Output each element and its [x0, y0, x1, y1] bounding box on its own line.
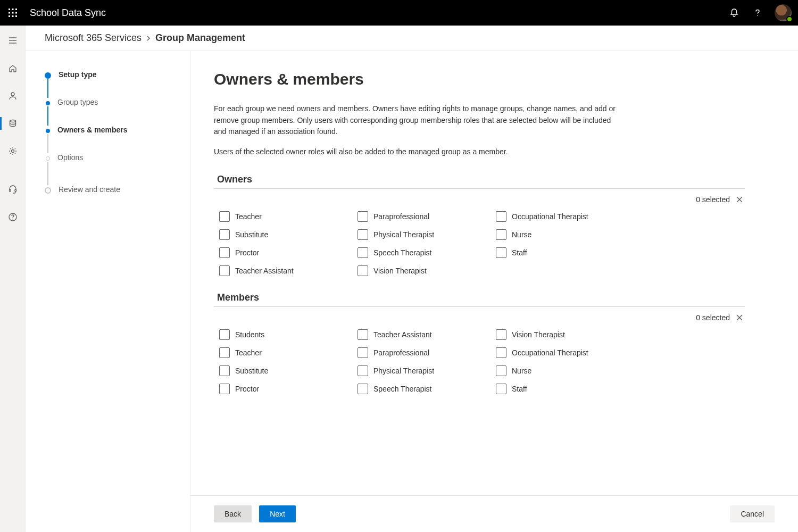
breadcrumb-current: Group Management — [155, 32, 245, 44]
checkbox-label: Teacher Assistant — [235, 267, 294, 275]
members-section: Members 0 selected StudentsTeacher Assis… — [214, 292, 745, 394]
app-launcher-button[interactable] — [6, 6, 19, 19]
step-owners-members[interactable]: Owners & members — [45, 126, 190, 153]
checkbox-label: Students — [235, 330, 264, 339]
waffle-icon — [9, 9, 17, 17]
member-checkbox-nurse[interactable]: Nurse — [496, 365, 634, 376]
owner-checkbox-paraprofessional[interactable]: Paraprofessional — [358, 211, 496, 222]
checkbox-icon — [496, 229, 506, 240]
member-checkbox-paraprofessional[interactable]: Paraprofessional — [358, 347, 496, 358]
checkbox-icon — [219, 247, 230, 258]
svg-rect-2 — [15, 9, 17, 10]
member-checkbox-staff[interactable]: Staff — [496, 384, 634, 394]
owner-checkbox-proctor[interactable]: Proctor — [219, 247, 358, 258]
member-checkbox-speech-therapist[interactable]: Speech Therapist — [358, 384, 496, 394]
step-setup-type[interactable]: Setup type — [45, 70, 190, 98]
svg-point-9 — [757, 15, 758, 16]
svg-rect-5 — [15, 12, 17, 14]
checkbox-icon — [219, 229, 230, 240]
member-checkbox-substitute[interactable]: Substitute — [219, 365, 358, 376]
svg-rect-1 — [12, 9, 14, 10]
svg-rect-0 — [9, 9, 10, 10]
checkbox-label: Occupational Therapist — [512, 212, 588, 221]
intro-text-1: For each group we need owners and member… — [214, 103, 618, 138]
checkbox-label: Paraprofessional — [373, 348, 429, 357]
step-review[interactable]: Review and create — [45, 185, 190, 194]
checkbox-label: Vision Therapist — [373, 267, 427, 275]
nav-home[interactable] — [2, 57, 23, 79]
hamburger-icon — [8, 36, 18, 45]
member-checkbox-teacher-assistant[interactable]: Teacher Assistant — [358, 329, 496, 340]
step-label: Owners & members — [57, 126, 128, 134]
nav-help[interactable] — [2, 206, 23, 228]
headset-icon — [8, 185, 18, 194]
nav-support[interactable] — [2, 179, 23, 200]
next-button[interactable]: Next — [259, 505, 296, 522]
notifications-button[interactable] — [728, 6, 741, 19]
checkbox-icon — [496, 211, 506, 222]
member-checkbox-physical-therapist[interactable]: Physical Therapist — [358, 365, 496, 376]
app-header: School Data Sync — [0, 0, 798, 26]
member-checkbox-teacher[interactable]: Teacher — [219, 347, 358, 358]
owner-checkbox-substitute[interactable]: Substitute — [219, 229, 358, 240]
step-label: Review and create — [59, 185, 120, 194]
owner-checkbox-physical-therapist[interactable]: Physical Therapist — [358, 229, 496, 240]
owner-checkbox-teacher[interactable]: Teacher — [219, 211, 358, 222]
checkbox-icon — [219, 347, 230, 358]
step-options[interactable]: Options — [45, 153, 190, 181]
owner-checkbox-teacher-assistant[interactable]: Teacher Assistant — [219, 265, 358, 276]
checkbox-label: Teacher — [235, 212, 262, 221]
checkbox-icon — [358, 365, 368, 376]
checkbox-label: Speech Therapist — [373, 248, 431, 257]
svg-rect-8 — [15, 15, 17, 17]
nav-hamburger[interactable] — [2, 30, 23, 51]
svg-point-19 — [12, 219, 13, 219]
checkbox-icon — [496, 347, 506, 358]
checkbox-icon — [358, 384, 368, 394]
nav-settings[interactable] — [2, 140, 23, 162]
owner-checkbox-occupational-therapist[interactable]: Occupational Therapist — [496, 211, 634, 222]
checkbox-icon — [219, 211, 230, 222]
svg-point-15 — [11, 150, 14, 153]
step-dot-icon — [46, 101, 50, 105]
question-icon — [752, 7, 763, 18]
header-actions — [728, 4, 792, 21]
member-checkbox-vision-therapist[interactable]: Vision Therapist — [496, 329, 634, 340]
divider — [214, 306, 745, 307]
member-checkbox-proctor[interactable]: Proctor — [219, 384, 358, 394]
step-dot-icon — [45, 187, 51, 194]
app-title: School Data Sync — [30, 7, 728, 19]
wizard-stepper: Setup type Group types Owners & members … — [26, 51, 190, 532]
cancel-button[interactable]: Cancel — [730, 505, 775, 522]
owner-checkbox-vision-therapist[interactable]: Vision Therapist — [358, 265, 496, 276]
checkbox-label: Teacher Assistant — [373, 330, 432, 339]
checkbox-label: Staff — [512, 248, 527, 257]
step-dot-icon — [45, 72, 51, 79]
gear-icon — [8, 146, 18, 156]
back-button[interactable]: Back — [214, 505, 252, 522]
owners-section: Owners 0 selected TeacherParaprofessiona… — [214, 174, 745, 276]
help-button[interactable] — [751, 6, 764, 19]
checkbox-label: Occupational Therapist — [512, 348, 588, 357]
account-button[interactable] — [775, 4, 792, 21]
checkbox-label: Proctor — [235, 248, 259, 257]
member-checkbox-occupational-therapist[interactable]: Occupational Therapist — [496, 347, 634, 358]
question-circle-icon — [8, 212, 18, 222]
owner-checkbox-nurse[interactable]: Nurse — [496, 229, 634, 240]
clear-owners-button[interactable] — [735, 195, 744, 204]
breadcrumb-root[interactable]: Microsoft 365 Services — [45, 32, 142, 44]
step-connector — [47, 79, 48, 98]
checkbox-icon — [219, 384, 230, 394]
member-checkbox-students[interactable]: Students — [219, 329, 358, 340]
owner-checkbox-speech-therapist[interactable]: Speech Therapist — [358, 247, 496, 258]
step-group-types[interactable]: Group types — [45, 98, 190, 126]
nav-data[interactable] — [2, 113, 23, 134]
nav-people[interactable] — [2, 85, 23, 106]
checkbox-label: Physical Therapist — [373, 367, 434, 375]
owner-checkbox-staff[interactable]: Staff — [496, 247, 634, 258]
clear-members-button[interactable] — [735, 313, 744, 322]
nav-rail — [0, 26, 26, 532]
chevron-right-icon — [146, 36, 151, 41]
checkbox-icon — [358, 229, 368, 240]
checkbox-icon — [496, 365, 506, 376]
